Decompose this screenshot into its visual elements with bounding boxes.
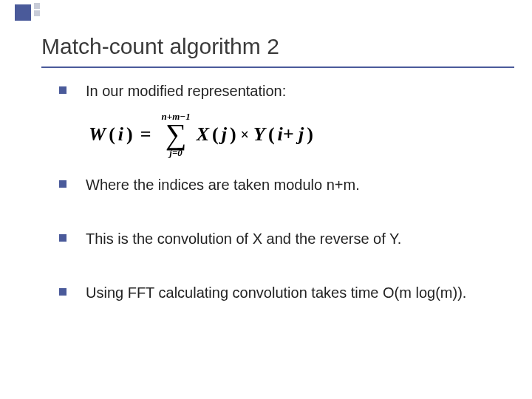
formula-term1-func: X — [197, 123, 209, 146]
bullet-text: Using FFT calculating convolution takes … — [86, 283, 466, 303]
bullet-item: This is the convolution of X and the rev… — [59, 229, 495, 249]
bullet-item: Where the indices are taken modulo n+m. — [59, 175, 495, 195]
formula-lhs-func: W — [89, 123, 106, 146]
sigma-lower: j=0 — [169, 148, 183, 157]
slide-title: Match-count algorithm 2 — [41, 34, 510, 64]
sigma-symbol: ∑ — [166, 121, 187, 148]
slide-content: In our modified representation: W(i) = n… — [59, 81, 495, 312]
formula-block: W(i) = n+m−1 ∑ j=0 X(j) × Y(i+ j) — [89, 112, 495, 157]
formula-term1-arg: j — [222, 123, 227, 146]
title-area: Match-count algorithm 2 — [41, 34, 510, 64]
bullet-text: This is the convolution of X and the rev… — [86, 229, 401, 249]
bullet-icon — [59, 180, 66, 188]
formula: W(i) = n+m−1 ∑ j=0 X(j) × Y(i+ j) — [89, 112, 495, 157]
bullet-icon — [59, 86, 66, 94]
formula-lhs-arg: i — [118, 123, 123, 146]
formula-term2-arg: i+ j — [278, 123, 304, 146]
bullet-text: Where the indices are taken modulo n+m. — [86, 175, 360, 195]
corner-decoration — [0, 0, 89, 35]
times-symbol: × — [239, 126, 250, 143]
deco-square-small — [34, 3, 40, 9]
bullet-icon — [59, 234, 66, 242]
bullet-item: Using FFT calculating convolution takes … — [59, 283, 495, 303]
deco-square-small — [34, 10, 40, 16]
deco-square-large — [15, 4, 31, 21]
sigma: n+m−1 ∑ j=0 — [162, 112, 191, 157]
bullet-item: In our modified representation: — [59, 81, 495, 101]
title-underline — [41, 66, 514, 68]
formula-term2-func: Y — [253, 123, 265, 146]
bullet-text: In our modified representation: — [86, 81, 286, 101]
bullet-icon — [59, 288, 66, 296]
